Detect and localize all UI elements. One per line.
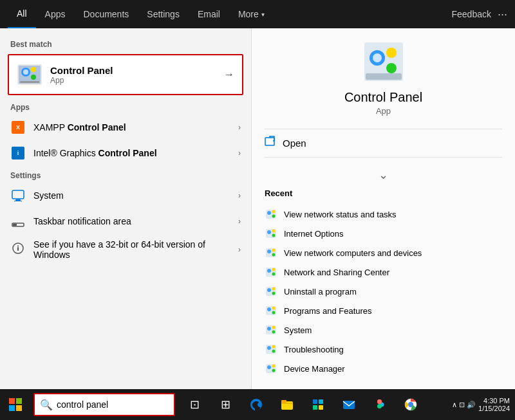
svg-point-52 [272, 345, 276, 349]
clock: 4:30 PM1/15/2024 [478, 397, 510, 412]
list-item-intel[interactable]: i Intel® Graphics Control Panel › [0, 140, 251, 166]
svg-point-25 [272, 215, 276, 218]
intel-arrow-icon: › [238, 149, 241, 158]
expand-button[interactable]: ⌄ [265, 164, 502, 186]
taskbar: 🔍 ⊡ ⊞ [0, 389, 515, 420]
best-match-item[interactable]: Control Panel App → [8, 54, 243, 95]
svg-point-41 [272, 292, 276, 295]
svg-point-18 [386, 48, 397, 58]
settings-section-label: Settings [0, 166, 251, 183]
list-item-bitcheck[interactable]: See if you have a 32-bit or 64-bit versi… [0, 234, 251, 265]
svg-rect-60 [313, 399, 317, 404]
svg-point-68 [377, 399, 382, 404]
start-button[interactable] [0, 389, 31, 420]
svg-rect-59 [281, 400, 286, 403]
svg-point-56 [272, 365, 276, 368]
svg-rect-61 [319, 399, 323, 404]
recent-item-icon [265, 266, 277, 278]
figma-icon[interactable] [366, 389, 394, 420]
svg-point-32 [272, 249, 276, 252]
open-action[interactable]: Open [265, 129, 502, 158]
open-icon [265, 136, 276, 151]
list-item-taskbar[interactable]: Taskbar notification area › [0, 208, 251, 234]
best-match-subtitle: App [50, 76, 224, 85]
svg-point-36 [272, 268, 276, 271]
svg-point-4 [31, 67, 36, 72]
widgets-icon[interactable]: ⊞ [211, 389, 239, 420]
open-label[interactable]: Open [283, 138, 306, 149]
nav-documents[interactable]: Documents [74, 0, 138, 28]
svg-rect-1 [19, 66, 41, 84]
svg-point-51 [267, 346, 271, 350]
taskbar-arrow-icon: › [238, 217, 241, 226]
best-match-text: Control Panel App [50, 65, 224, 85]
bitcheck-label: See if you have a 32-bit or 64-bit versi… [33, 239, 230, 260]
recent-list-item[interactable]: Network and Sharing Center [265, 262, 502, 282]
recent-list-item[interactable]: System [265, 320, 502, 340]
xampp-label: XAMPP Control Panel [33, 122, 230, 132]
recent-item-text: View network status and tasks [284, 210, 397, 219]
chrome-icon[interactable] [397, 389, 425, 420]
svg-rect-64 [343, 401, 355, 409]
more-options-icon[interactable]: ··· [498, 8, 507, 21]
recent-item-icon [265, 227, 277, 240]
search-box[interactable]: 🔍 [33, 393, 175, 416]
svg-point-37 [272, 273, 276, 276]
feedback-button[interactable]: Feedback [452, 9, 491, 19]
intel-icon: i [10, 145, 26, 161]
recent-list-item[interactable]: Programs and Features [265, 301, 502, 320]
list-item-system[interactable]: System › [0, 183, 251, 208]
file-explorer-icon[interactable] [273, 389, 301, 420]
nav-settings[interactable]: Settings [138, 0, 189, 28]
xampp-arrow-icon: › [238, 123, 241, 132]
right-app-name: Control Panel [344, 90, 422, 105]
nav-all[interactable]: All [8, 0, 36, 28]
recent-list-item[interactable]: Device Manager [265, 359, 502, 378]
taskbar-right: ∧ ⊡ 🔊 4:30 PM1/15/2024 [452, 397, 515, 412]
bitcheck-arrow-icon: › [238, 245, 241, 254]
svg-point-3 [23, 69, 28, 75]
control-panel-icon-medium [17, 62, 42, 87]
control-panel-icon-large [363, 41, 404, 82]
recent-list-item[interactable]: View network status and tasks [265, 205, 502, 224]
recent-list-item[interactable]: Troubleshooting [265, 340, 502, 359]
svg-rect-13 [17, 247, 19, 251]
recent-list-item[interactable]: Internet Options [265, 224, 502, 243]
recent-list-item[interactable]: View network computers and devices [265, 243, 502, 262]
list-item-xampp[interactable]: X XAMPP Control Panel › [0, 114, 251, 140]
edge-icon[interactable] [242, 389, 270, 420]
svg-point-28 [272, 230, 276, 233]
taskbar-icon [10, 214, 26, 229]
nav-more[interactable]: More ▾ [229, 0, 274, 28]
recent-label: Recent [265, 186, 502, 201]
right-panel: Control Panel App Open ⌄ Recent [251, 28, 515, 389]
nav-feedback-area: Feedback ··· [452, 8, 508, 21]
nav-apps[interactable]: Apps [36, 0, 75, 28]
svg-rect-20 [366, 73, 402, 80]
best-match-title: Control Panel [50, 65, 224, 76]
system-label: System [33, 190, 230, 201]
search-input[interactable] [57, 399, 160, 410]
chevron-down-icon: ⌄ [379, 168, 388, 182]
taskview-icon[interactable]: ⊡ [180, 389, 209, 420]
system-arrow-icon: › [238, 191, 241, 200]
svg-point-40 [272, 288, 276, 291]
svg-point-53 [272, 350, 276, 353]
recent-item-text: Programs and Features [284, 306, 372, 316]
system-tray[interactable]: ∧ ⊡ 🔊 [452, 401, 476, 409]
recent-list: View network status and tasks Internet O… [265, 205, 502, 378]
svg-point-43 [267, 307, 271, 311]
recent-item-text: Network and Sharing Center [284, 268, 389, 277]
nav-bar: All Apps Documents Settings Email More ▾… [0, 0, 515, 28]
nav-email[interactable]: Email [189, 0, 229, 28]
taskbar-icons: ⊡ ⊞ [180, 389, 425, 420]
info-icon [10, 241, 26, 256]
svg-point-23 [267, 211, 271, 215]
store-icon[interactable] [304, 389, 332, 420]
svg-rect-63 [319, 405, 323, 410]
best-match-arrow-icon: → [224, 69, 234, 80]
main-content: Best match Control Panel App [0, 28, 515, 389]
mail-icon[interactable] [335, 389, 363, 420]
recent-list-item[interactable]: Uninstall a program [265, 282, 502, 301]
svg-point-57 [272, 369, 276, 372]
